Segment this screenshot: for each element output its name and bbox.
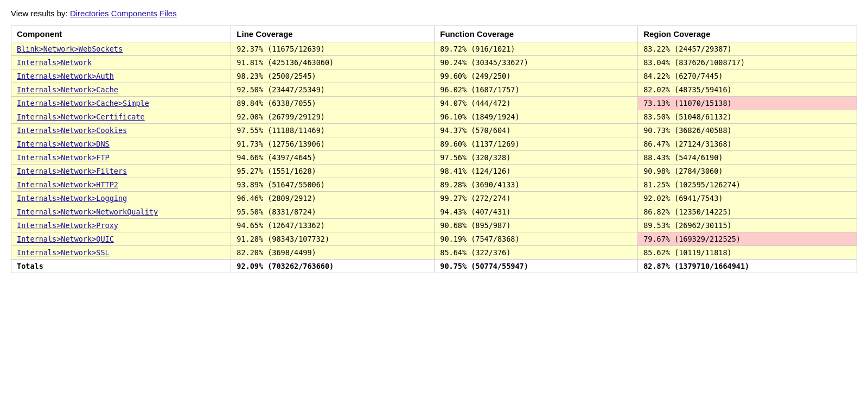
line-coverage-cell: 93.89% (51647/55006) bbox=[231, 178, 435, 192]
line-coverage-cell: 94.66% (4397/4645) bbox=[231, 151, 435, 165]
function-coverage-cell: 97.56% (320/328) bbox=[435, 151, 638, 165]
component-link[interactable]: Internals>Network>Filters bbox=[17, 167, 127, 175]
table-row: Internals>Network>Logging96.46% (2809/29… bbox=[11, 192, 857, 205]
coverage-table: Component Line Coverage Function Coverag… bbox=[11, 26, 857, 273]
component-link[interactable]: Internals>Network>Logging bbox=[17, 194, 127, 203]
header-function-coverage: Function Coverage bbox=[435, 26, 638, 42]
function-coverage-cell: 96.10% (1849/1924) bbox=[435, 110, 638, 124]
table-row: Internals>Network>Auth98.23% (2500/2545)… bbox=[11, 70, 857, 83]
function-coverage-cell: 90.68% (895/987) bbox=[435, 219, 638, 232]
region-coverage-cell: 92.02% (6941/7543) bbox=[638, 192, 857, 205]
function-coverage-cell: 89.72% (916/1021) bbox=[435, 42, 638, 56]
totals-label: Totals bbox=[11, 260, 231, 273]
component-link[interactable]: Blink>Network>WebSockets bbox=[17, 45, 123, 53]
component-cell: Internals>Network>Cookies bbox=[11, 124, 231, 137]
component-link[interactable]: Internals>Network>Auth bbox=[17, 72, 114, 80]
line-coverage-cell: 95.27% (1551/1628) bbox=[231, 165, 435, 178]
header-component: Component bbox=[11, 26, 231, 42]
function-coverage-cell: 89.60% (1137/1269) bbox=[435, 137, 638, 151]
region-coverage-cell: 90.73% (36826/40588) bbox=[638, 124, 857, 137]
table-row: Internals>Network>QUIC91.28% (98343/1077… bbox=[11, 232, 857, 246]
function-coverage-cell: 89.28% (3690/4133) bbox=[435, 178, 638, 192]
header-line-coverage: Line Coverage bbox=[231, 26, 435, 42]
function-coverage-cell: 99.27% (272/274) bbox=[435, 192, 638, 205]
line-coverage-cell: 92.50% (23447/25349) bbox=[231, 83, 435, 97]
function-coverage-cell: 90.19% (7547/8368) bbox=[435, 232, 638, 246]
component-link[interactable]: Internals>Network bbox=[17, 58, 92, 67]
component-link[interactable]: Internals>Network>HTTP2 bbox=[17, 180, 118, 189]
view-results-label: View results by: bbox=[11, 9, 68, 18]
files-link[interactable]: Files bbox=[159, 9, 177, 18]
function-coverage-cell: 99.60% (249/250) bbox=[435, 70, 638, 83]
component-cell: Internals>Network>Auth bbox=[11, 70, 231, 83]
totals-function: 90.75% (50774/55947) bbox=[435, 260, 638, 273]
line-coverage-cell: 91.81% (425136/463060) bbox=[231, 56, 435, 70]
component-cell: Internals>Network bbox=[11, 56, 231, 70]
totals-region: 82.87% (1379710/1664941) bbox=[638, 260, 857, 273]
function-coverage-cell: 85.64% (322/376) bbox=[435, 246, 638, 260]
table-row: Blink>Network>WebSockets92.37% (11675/12… bbox=[11, 42, 857, 56]
header-region-coverage: Region Coverage bbox=[638, 26, 857, 42]
function-coverage-cell: 94.43% (407/431) bbox=[435, 205, 638, 219]
component-cell: Internals>Network>FTP bbox=[11, 151, 231, 165]
table-row: Internals>Network>Filters95.27% (1551/16… bbox=[11, 165, 857, 178]
region-coverage-cell: 82.02% (48735/59416) bbox=[638, 83, 857, 97]
function-coverage-cell: 98.41% (124/126) bbox=[435, 165, 638, 178]
component-link[interactable]: Internals>Network>Proxy bbox=[17, 221, 118, 230]
component-cell: Internals>Network>Filters bbox=[11, 165, 231, 178]
components-link[interactable]: Components bbox=[111, 9, 157, 18]
component-cell: Internals>Network>Cache bbox=[11, 83, 231, 97]
component-cell: Internals>Network>Logging bbox=[11, 192, 231, 205]
table-row: Internals>Network>NetworkQuality95.50% (… bbox=[11, 205, 857, 219]
component-link[interactable]: Internals>Network>DNS bbox=[17, 140, 110, 148]
line-coverage-cell: 97.55% (11188/11469) bbox=[231, 124, 435, 137]
region-coverage-cell: 89.53% (26962/30115) bbox=[638, 219, 857, 232]
view-results-bar: View results by: Directories Components … bbox=[11, 9, 857, 18]
region-coverage-cell: 86.47% (27124/31368) bbox=[638, 137, 857, 151]
component-link[interactable]: Internals>Network>QUIC bbox=[17, 235, 114, 243]
function-coverage-cell: 94.07% (444/472) bbox=[435, 97, 638, 110]
region-coverage-cell: 86.82% (12350/14225) bbox=[638, 205, 857, 219]
function-coverage-cell: 96.02% (1687/1757) bbox=[435, 83, 638, 97]
table-row: Internals>Network>SSL82.20% (3698/4499)8… bbox=[11, 246, 857, 260]
component-link[interactable]: Internals>Network>Cache bbox=[17, 85, 118, 94]
table-row: Internals>Network>HTTP293.89% (51647/550… bbox=[11, 178, 857, 192]
component-cell: Internals>Network>HTTP2 bbox=[11, 178, 231, 192]
line-coverage-cell: 82.20% (3698/4499) bbox=[231, 246, 435, 260]
component-link[interactable]: Internals>Network>Cookies bbox=[17, 126, 127, 135]
table-row: Internals>Network>FTP94.66% (4397/4645)9… bbox=[11, 151, 857, 165]
table-row: Internals>Network>DNS91.73% (12756/13906… bbox=[11, 137, 857, 151]
table-row: Internals>Network>Cache92.50% (23447/253… bbox=[11, 83, 857, 97]
table-row: Internals>Network>Certificate92.00% (267… bbox=[11, 110, 857, 124]
component-link[interactable]: Internals>Network>Cache>Simple bbox=[17, 99, 149, 108]
region-coverage-cell: 83.50% (51048/61132) bbox=[638, 110, 857, 124]
component-link[interactable]: Internals>Network>Certificate bbox=[17, 112, 145, 121]
component-cell: Internals>Network>Proxy bbox=[11, 219, 231, 232]
component-cell: Internals>Network>NetworkQuality bbox=[11, 205, 231, 219]
component-link[interactable]: Internals>Network>SSL bbox=[17, 248, 110, 257]
component-cell: Internals>Network>DNS bbox=[11, 137, 231, 151]
totals-row: Totals92.09% (703262/763660)90.75% (5077… bbox=[11, 260, 857, 273]
function-coverage-cell: 90.24% (30345/33627) bbox=[435, 56, 638, 70]
component-cell: Internals>Network>SSL bbox=[11, 246, 231, 260]
region-coverage-cell: 81.25% (102595/126274) bbox=[638, 178, 857, 192]
region-coverage-cell: 85.62% (10119/11818) bbox=[638, 246, 857, 260]
region-coverage-cell: 73.13% (11070/15138) bbox=[638, 97, 857, 110]
line-coverage-cell: 92.00% (26799/29129) bbox=[231, 110, 435, 124]
component-cell: Internals>Network>Certificate bbox=[11, 110, 231, 124]
component-link[interactable]: Internals>Network>NetworkQuality bbox=[17, 207, 158, 216]
line-coverage-cell: 94.65% (12647/13362) bbox=[231, 219, 435, 232]
function-coverage-cell: 94.37% (570/604) bbox=[435, 124, 638, 137]
region-coverage-cell: 88.43% (5474/6190) bbox=[638, 151, 857, 165]
component-link[interactable]: Internals>Network>FTP bbox=[17, 153, 110, 162]
region-coverage-cell: 83.22% (24457/29387) bbox=[638, 42, 857, 56]
region-coverage-cell: 83.04% (837626/1008717) bbox=[638, 56, 857, 70]
line-coverage-cell: 91.28% (98343/107732) bbox=[231, 232, 435, 246]
component-cell: Internals>Network>QUIC bbox=[11, 232, 231, 246]
region-coverage-cell: 84.22% (6270/7445) bbox=[638, 70, 857, 83]
table-row: Internals>Network>Cache>Simple89.84% (63… bbox=[11, 97, 857, 110]
line-coverage-cell: 91.73% (12756/13906) bbox=[231, 137, 435, 151]
totals-line: 92.09% (703262/763660) bbox=[231, 260, 435, 273]
directories-link[interactable]: Directories bbox=[70, 9, 109, 18]
region-coverage-cell: 79.67% (169329/212525) bbox=[638, 232, 857, 246]
